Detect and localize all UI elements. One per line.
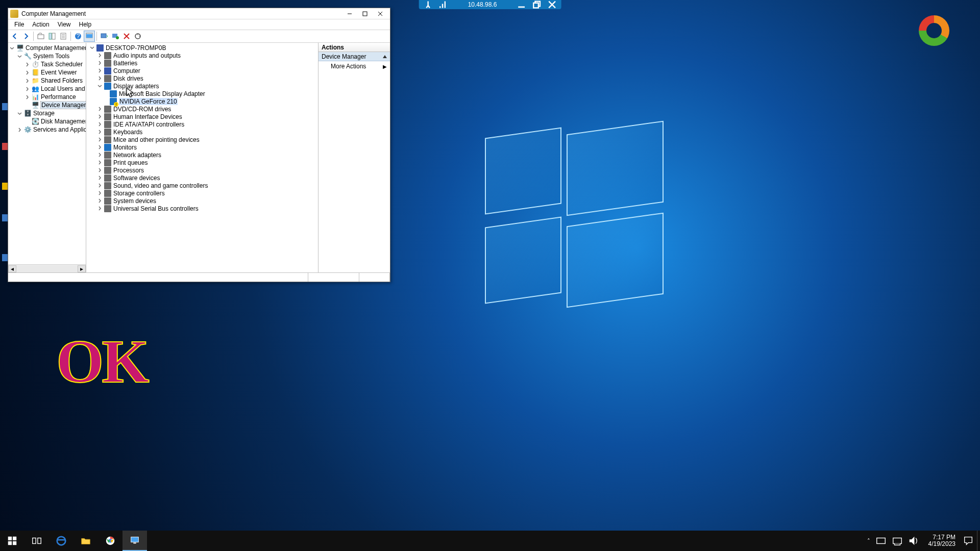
expand-icon[interactable] [24,78,30,84]
device-cat-sound[interactable]: Sound, video and game controllers [86,182,318,189]
action-center-button[interactable] [960,531,977,551]
device-cat-software[interactable]: Software devices [86,174,318,182]
expand-icon[interactable] [97,167,103,173]
expand-icon[interactable] [97,198,103,204]
tray-network-icon[interactable] [875,535,887,546]
enable-device-button[interactable] [110,31,121,42]
actions-section-device-manager[interactable]: Device Manager [318,52,390,61]
device-cat-storagectl[interactable]: Storage controllers [86,189,318,197]
device-cat-system[interactable]: System devices [86,197,318,205]
scroll-right-icon[interactable]: ▸ [78,265,86,272]
device-cat-disk[interactable]: Disk drives [86,74,318,82]
device-cat-network[interactable]: Network adapters [86,151,318,159]
remote-minimize-icon[interactable] [517,1,525,8]
tree-shared-folders[interactable]: 📁 Shared Folders [8,77,86,85]
expand-icon[interactable] [97,121,103,127]
device-cat-computer[interactable]: Computer [86,67,318,74]
device-cat-display[interactable]: Display adapters [86,82,318,90]
back-button[interactable] [9,31,20,42]
maximize-button[interactable] [357,9,373,19]
device-cat-mice[interactable]: Mice and other pointing devices [86,136,318,143]
expand-icon[interactable] [97,160,103,165]
properties-button[interactable] [58,31,69,42]
device-root[interactable]: DESKTOP-7ROMP0B [86,44,318,52]
console-tree[interactable]: 🖥️ Computer Management (Local) 🔧 System … [8,43,86,264]
collapse-icon[interactable] [17,54,22,59]
tree-disk-management[interactable]: 💽 Disk Management [8,117,86,126]
show-desktop-button[interactable] [977,531,980,551]
device-cat-keyboards[interactable]: Keyboards [86,128,318,136]
expand-icon[interactable] [97,76,103,81]
expand-icon[interactable] [17,127,22,133]
expand-icon[interactable] [24,94,30,100]
tree-event-viewer[interactable]: 📒 Event Viewer [8,68,86,77]
expand-icon[interactable] [97,137,103,142]
expand-icon[interactable] [24,86,30,92]
remote-restore-icon[interactable] [532,1,541,8]
tree-storage[interactable]: 🗄️ Storage [8,109,86,117]
device-cat-dvd[interactable]: DVD/CD-ROM drives [86,105,318,113]
tree-services-apps[interactable]: ⚙️ Services and Applications [8,126,86,134]
device-cat-batteries[interactable]: Batteries [86,59,318,67]
collapse-icon[interactable] [97,83,103,89]
tray-volume-icon[interactable] [908,535,919,546]
menu-help[interactable]: Help [75,20,96,29]
scroll-track[interactable] [16,265,78,272]
menu-file[interactable]: File [10,20,28,29]
device-cat-print[interactable]: Print queues [86,159,318,166]
start-button[interactable] [0,531,24,551]
tray-network2-icon[interactable] [892,535,903,546]
help-button[interactable]: ? [72,31,84,42]
tree-performance[interactable]: 📊 Performance [8,93,86,101]
expand-icon[interactable] [97,68,103,73]
scan-hardware-button[interactable] [99,31,110,42]
scroll-left-icon[interactable]: ◂ [8,265,16,272]
system-monitor-widget[interactable] [919,15,949,46]
expand-icon[interactable] [24,62,30,67]
tree-root[interactable]: 🖥️ Computer Management (Local) [8,44,86,52]
expand-icon[interactable] [97,144,103,150]
taskbar-file-explorer[interactable] [74,531,98,551]
device-cat-usb[interactable]: Universal Serial Bus controllers [86,205,318,212]
expand-icon[interactable] [97,60,103,66]
tree-device-manager[interactable]: 🖥️ Device Manager [8,101,86,109]
titlebar[interactable]: Computer Management [8,8,390,19]
expand-icon[interactable] [97,183,103,188]
taskbar-clock[interactable]: 7:17 PM 4/19/2023 [924,534,960,547]
showhide-tree-button[interactable] [46,31,58,42]
up-level-button[interactable] [35,31,46,42]
forward-button[interactable] [20,31,32,42]
menu-view[interactable]: View [54,20,75,29]
taskbar-edge[interactable] [49,531,74,551]
remote-close-icon[interactable] [548,1,556,8]
expand-icon[interactable] [97,129,103,135]
tree-local-users[interactable]: 👥 Local Users and Groups [8,85,86,93]
actions-more-actions[interactable]: More Actions ▶ [318,61,390,71]
expand-icon[interactable] [97,114,103,119]
device-cat-ide[interactable]: IDE ATA/ATAPI controllers [86,120,318,128]
close-button[interactable] [373,9,388,19]
device-cat-monitors[interactable]: Monitors [86,143,318,151]
menu-action[interactable]: Action [28,20,53,29]
taskbar-computer-management[interactable] [122,531,147,551]
minimize-button[interactable] [342,9,357,19]
expand-icon[interactable] [97,206,103,211]
view-devices-by-type-button[interactable] [84,31,95,42]
device-ms-basic-display[interactable]: Microsoft Basic Display Adapter [86,90,318,97]
device-nvidia-geforce-210[interactable]: NVIDIA GeForce 210 [86,97,318,105]
expand-icon[interactable] [97,106,103,112]
expand-icon[interactable] [97,53,103,58]
device-cat-hid[interactable]: Human Interface Devices [86,113,318,120]
taskbar-chrome[interactable] [98,531,122,551]
device-cat-processors[interactable]: Processors [86,166,318,174]
pin-icon[interactable] [424,1,432,8]
expand-icon[interactable] [97,152,103,158]
tray-chevron-icon[interactable]: ˄ [867,538,870,544]
uninstall-device-button[interactable] [121,31,132,42]
tree-task-scheduler[interactable]: ⏱️ Task Scheduler [8,60,86,68]
update-driver-button[interactable] [132,31,143,42]
device-tree[interactable]: DESKTOP-7ROMP0B Audio inputs and outputs… [86,43,318,272]
collapse-icon[interactable] [89,45,95,51]
device-cat-audio[interactable]: Audio inputs and outputs [86,52,318,59]
collapse-icon[interactable] [17,111,22,116]
